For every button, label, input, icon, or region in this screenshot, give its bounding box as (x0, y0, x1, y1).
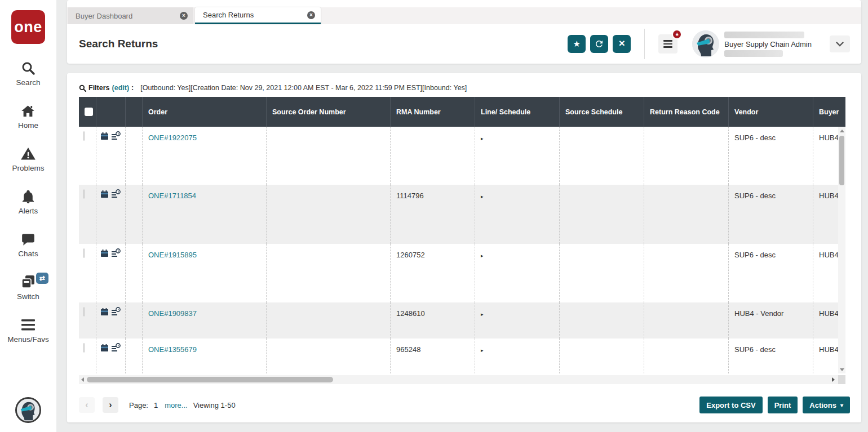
sidebar-item-menus-favs[interactable]: Menus/Favs (7, 317, 49, 344)
previous-page-button[interactable]: ‹ (79, 397, 95, 413)
expand-row-icon[interactable]: ▸ (481, 194, 484, 199)
calendar-icon[interactable] (100, 248, 109, 258)
close-tab-icon[interactable]: × (307, 11, 315, 19)
export-to-csv-button[interactable]: Export to CSV (699, 397, 762, 413)
sidebar-label: Chats (18, 250, 38, 258)
warning-icon (20, 146, 36, 162)
sidebar: one Search Home Problems Alerts Chats (0, 0, 56, 432)
table-row: ONE#1909837 1248610 ▸ HUB4 - Vendor HUB4 (79, 302, 838, 339)
sidebar-item-switch[interactable]: ⇄ Switch (17, 274, 39, 301)
cell-vendor: SUP6 - desc (729, 244, 813, 302)
cell-source-schedule (560, 127, 644, 185)
calendar-icon[interactable] (100, 307, 109, 317)
vertical-scrollbar[interactable] (838, 127, 845, 373)
select-all-cell (79, 97, 96, 127)
favorites-menu-button[interactable]: ★ (658, 34, 677, 54)
column-line-schedule[interactable]: Line/ Schedule (475, 97, 560, 127)
refresh-button[interactable] (590, 35, 608, 53)
milestones-icon[interactable] (111, 307, 121, 317)
expand-row-icon[interactable]: ▸ (481, 253, 484, 259)
cell-source-schedule (560, 244, 644, 302)
assistant-avatar[interactable] (15, 397, 41, 423)
header-spacer-cell (126, 97, 143, 127)
user-avatar[interactable] (692, 30, 719, 57)
switch-icon: ⇄ (20, 274, 36, 290)
milestones-icon[interactable] (111, 343, 121, 353)
user-info: Buyer Supply Chain Admin (724, 32, 812, 57)
calendar-icon[interactable] (100, 343, 109, 353)
column-buyer[interactable]: Buyer (813, 97, 845, 127)
column-source-order-number[interactable]: Source Order Number (267, 97, 391, 127)
expand-row-icon[interactable]: ▸ (481, 311, 484, 317)
vertical-scroll-thumb[interactable] (839, 136, 844, 185)
column-order[interactable]: Order (143, 97, 267, 127)
order-link[interactable]: ONE#1915895 (148, 251, 197, 259)
calendar-icon[interactable] (100, 131, 109, 141)
milestones-icon[interactable] (111, 189, 121, 199)
one-logo[interactable]: one (11, 10, 45, 44)
cell-source-order (267, 185, 391, 244)
refresh-icon (594, 39, 604, 49)
scroll-down-arrow[interactable] (838, 366, 845, 373)
returns-table: Order Source Order Number RMA Number Lin… (79, 97, 845, 384)
table-header: Order Source Order Number RMA Number Lin… (79, 97, 845, 127)
scrollbar-corner (838, 375, 845, 384)
order-link[interactable]: ONE#1711854 (148, 191, 196, 200)
row-checkbox[interactable] (83, 343, 85, 353)
cell-buyer: HUB4 (813, 127, 838, 185)
star-icon: ★ (573, 39, 581, 49)
column-source-schedule[interactable]: Source Schedule (560, 97, 644, 127)
row-checkbox[interactable] (83, 131, 85, 141)
viewing-range: Viewing 1-50 (193, 401, 236, 409)
row-checkbox[interactable] (83, 189, 85, 199)
actions-label: Actions (809, 401, 836, 409)
sidebar-item-problems[interactable]: Problems (12, 146, 44, 172)
footer-actions: Export to CSV Print Actions ▾ (699, 397, 850, 413)
column-rma-number[interactable]: RMA Number (391, 97, 475, 127)
scroll-right-arrow[interactable] (830, 375, 837, 384)
horizontal-scrollbar[interactable] (79, 375, 838, 384)
more-pages-link[interactable]: more... (165, 401, 187, 409)
cell-vendor: HUB4 - Vendor (729, 302, 813, 339)
tab-search-returns[interactable]: Search Returns × (195, 7, 321, 24)
milestones-icon[interactable] (111, 131, 121, 141)
row-checkbox[interactable] (83, 307, 85, 317)
sidebar-item-search[interactable]: Search (16, 60, 41, 87)
milestones-icon[interactable] (111, 248, 121, 258)
sidebar-label: Alerts (19, 207, 38, 215)
column-vendor[interactable]: Vendor (729, 97, 813, 127)
filters-label: Filters (88, 84, 110, 92)
order-link[interactable]: ONE#1922075 (148, 133, 197, 142)
order-link[interactable]: ONE#1909837 (148, 309, 197, 318)
sidebar-label: Home (18, 121, 38, 130)
tab-buyer-dashboard[interactable]: Buyer Dashboard × (68, 7, 193, 24)
sidebar-item-home[interactable]: Home (18, 103, 38, 130)
scroll-up-arrow[interactable] (838, 127, 845, 135)
scroll-left-arrow[interactable] (79, 375, 86, 384)
close-tab-icon[interactable]: × (180, 12, 188, 20)
page-title: Search Returns (79, 38, 158, 50)
close-page-button[interactable]: × (613, 35, 631, 53)
tab-label: Buyer Dashboard (76, 12, 132, 20)
user-menu-button[interactable] (830, 35, 850, 52)
close-icon: × (619, 37, 625, 50)
sidebar-item-chats[interactable]: Chats (18, 231, 38, 258)
edit-filters-link[interactable]: (edit) (112, 84, 130, 92)
next-page-button[interactable]: › (103, 397, 118, 413)
divider (644, 29, 645, 59)
expand-row-icon[interactable]: ▸ (481, 136, 484, 141)
table-row: ONE#1915895 1260752 ▸ SUP6 - desc HUB4 (79, 244, 838, 302)
column-return-reason-code[interactable]: Return Reason Code (644, 97, 729, 127)
calendar-icon[interactable] (100, 189, 109, 199)
print-button[interactable]: Print (768, 397, 798, 413)
cell-buyer: HUB4 (813, 302, 838, 339)
sidebar-label: Search (16, 78, 41, 87)
select-all-checkbox[interactable] (85, 108, 93, 116)
horizontal-scroll-thumb[interactable] (87, 377, 333, 382)
order-link[interactable]: ONE#1355679 (148, 345, 197, 354)
sidebar-item-alerts[interactable]: Alerts (19, 189, 38, 215)
actions-dropdown-button[interactable]: Actions ▾ (803, 397, 850, 413)
expand-row-icon[interactable]: ▸ (481, 348, 484, 353)
favorite-button[interactable]: ★ (568, 35, 586, 53)
row-checkbox[interactable] (83, 248, 85, 258)
